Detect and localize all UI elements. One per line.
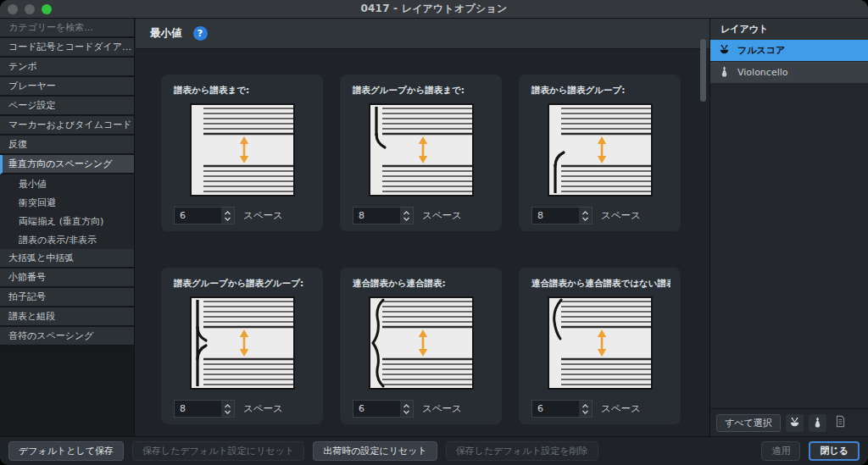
sidebar-item-label: 両端揃え (垂直方向) (19, 215, 103, 228)
spacing-card: 譜表から譜表まで:6スペース (161, 75, 323, 231)
spaces-unit-label: スペース (422, 209, 462, 222)
save-as-default-button[interactable]: デフォルトとして保存 (8, 441, 124, 461)
category-search-input[interactable]: カテゴリーを検索... (0, 19, 134, 38)
category-sidebar: カテゴリーを検索... コード記号とコードダイア…テンポプレーヤーページ設定マー… (0, 19, 135, 436)
spacing-card: 譜表から譜表グループ:8スペース (519, 75, 681, 231)
stepper-arrows-icon[interactable] (221, 401, 234, 417)
sidebar-item[interactable]: 譜表と組段 (0, 307, 134, 327)
close-button[interactable]: 閉じる (809, 441, 860, 461)
stepper-arrows-icon[interactable] (221, 208, 234, 224)
spaces-input[interactable]: 6 (531, 400, 593, 418)
card-title: 譜表から譜表まで: (171, 85, 313, 97)
card-title: 連合譜表から連合譜表: (350, 278, 492, 290)
page-header: 最小値 ? (136, 19, 709, 49)
category-search-placeholder: カテゴリーを検索... (8, 21, 93, 34)
layouts-panel-title: レイアウト (710, 19, 868, 40)
sidebar-item-label: マーカーおよびタイムコード (8, 119, 132, 131)
card-title: 譜表グループから譜表まで: (350, 85, 492, 97)
staff-spacing-diagram (190, 103, 295, 197)
spaces-input[interactable]: 8 (531, 207, 593, 224)
staff-spacing-diagram (548, 296, 653, 390)
sidebar-item-label: 譜表の表示/非表示 (19, 234, 97, 246)
spacing-cards-grid: 譜表から譜表まで:6スペース譜表グループから譜表まで:8スペース譜表から譜表グル… (136, 49, 698, 436)
spaces-value: 6 (353, 401, 400, 417)
sidebar-item-label: 小節番号 (8, 271, 46, 284)
spaces-input[interactable]: 6 (174, 207, 235, 224)
violoncello-icon (719, 66, 730, 80)
spaces-input[interactable]: 8 (353, 207, 414, 224)
spaces-value: 6 (532, 401, 579, 417)
stepper-arrows-icon[interactable] (400, 208, 413, 224)
card-title: 譜表グループから譜表グループ: (171, 278, 313, 290)
layouts-panel: レイアウト フルスコアVioloncello すべて選択 (709, 19, 868, 436)
layouts-list: フルスコアVioloncello (710, 40, 868, 83)
sidebar-item[interactable]: 最小値 (0, 174, 134, 193)
layout-item-full-score[interactable]: フルスコア (710, 40, 868, 61)
full-score-icon (719, 44, 730, 58)
sidebar-item[interactable]: 垂直方向のスペーシング (0, 155, 134, 174)
dialog-footer: デフォルトとして保存 保存したデフォルト設定にリセット 出荷時の設定にリセット … (0, 436, 868, 465)
reset-to-factory-button[interactable]: 出荷時の設定にリセット (313, 441, 437, 461)
spacing-card: 連合譜表から連合譜表:6スペース (340, 268, 502, 424)
apply-button[interactable]: 適用 (761, 441, 800, 461)
sidebar-item[interactable]: 拍子記号 (0, 288, 134, 307)
sidebar-item-label: コード記号とコードダイア… (8, 41, 131, 53)
scrollbar-thumb[interactable] (700, 39, 706, 102)
spaces-input[interactable]: 6 (353, 400, 414, 418)
filter-parts-button[interactable] (809, 414, 826, 432)
layout-item-label: フルスコア (737, 44, 785, 57)
sidebar-item[interactable]: 小節番号 (0, 268, 134, 288)
sidebar-item-label: 音符のスペーシング (8, 329, 94, 342)
spaces-value: 8 (353, 208, 400, 224)
full-score-icon (789, 415, 800, 431)
sidebar-item[interactable]: マーカーおよびタイムコード (0, 116, 134, 136)
sidebar-item[interactable]: 大括弧と中括弧 (0, 249, 134, 268)
sidebar-item-label: テンポ (8, 60, 37, 73)
filter-full-score-button[interactable] (786, 414, 804, 432)
staff-spacing-diagram (548, 103, 653, 197)
spacing-card: 連合譜表から連合譜表ではない譜表:6スペース (519, 268, 681, 424)
spaces-unit-label: スペース (243, 209, 283, 222)
layout-item-violoncello[interactable]: Violoncello (710, 62, 868, 83)
help-icon[interactable]: ? (193, 26, 208, 41)
spaces-unit-label: スペース (601, 209, 641, 222)
spaces-input[interactable]: 8 (174, 400, 235, 418)
sidebar-item[interactable]: プレーヤー (0, 77, 134, 97)
select-all-button[interactable]: すべて選択 (716, 414, 781, 432)
staff-spacing-diagram (369, 103, 474, 197)
sidebar-item[interactable]: 音符のスペーシング (0, 327, 134, 346)
spaces-unit-label: スペース (422, 402, 462, 415)
card-title: 連合譜表から連合譜表ではない譜表: (529, 278, 670, 290)
document-icon (835, 415, 846, 431)
staff-spacing-diagram (190, 296, 295, 390)
sidebar-item[interactable]: テンポ (0, 58, 134, 77)
spaces-unit-label: スペース (243, 402, 283, 415)
remove-saved-defaults-button[interactable]: 保存したデフォルト設定を削除 (446, 441, 598, 461)
sidebar-item-label: 衝突回避 (19, 197, 56, 209)
layout-item-label: Violoncello (737, 67, 788, 78)
layout-options-dialog: 0417 - レイアウトオプション カテゴリーを検索... コード記号とコードダ… (0, 0, 868, 465)
sidebar-category-list: コード記号とコードダイア…テンポプレーヤーページ設定マーカーおよびタイムコード反… (0, 38, 134, 346)
spaces-value: 8 (532, 208, 579, 224)
titlebar: 0417 - レイアウトオプション (0, 0, 868, 19)
spaces-value: 8 (175, 401, 221, 417)
filter-custom-score-button[interactable] (832, 414, 849, 432)
sidebar-item[interactable]: コード記号とコードダイア… (0, 38, 134, 58)
page-title: 最小値 (150, 26, 182, 41)
stepper-arrows-icon[interactable] (579, 208, 592, 224)
staff-spacing-diagram (369, 296, 474, 390)
stepper-arrows-icon[interactable] (400, 401, 413, 417)
sidebar-item[interactable]: 譜表の表示/非表示 (0, 230, 134, 249)
reset-to-saved-defaults-button[interactable]: 保存したデフォルト設定にリセット (132, 441, 304, 461)
spaces-value: 6 (175, 208, 221, 224)
vertical-scrollbar[interactable] (698, 19, 708, 436)
sidebar-item-label: 拍子記号 (8, 291, 46, 303)
sidebar-item[interactable]: 反復 (0, 136, 134, 155)
layouts-panel-footer: すべて選択 (710, 408, 868, 436)
sidebar-item[interactable]: 衝突回避 (0, 193, 134, 212)
sidebar-item[interactable]: 両端揃え (垂直方向) (0, 212, 134, 230)
sidebar-item-label: 反復 (8, 138, 27, 151)
spaces-unit-label: スペース (601, 402, 641, 415)
stepper-arrows-icon[interactable] (579, 401, 592, 417)
sidebar-item[interactable]: ページ設定 (0, 97, 134, 116)
